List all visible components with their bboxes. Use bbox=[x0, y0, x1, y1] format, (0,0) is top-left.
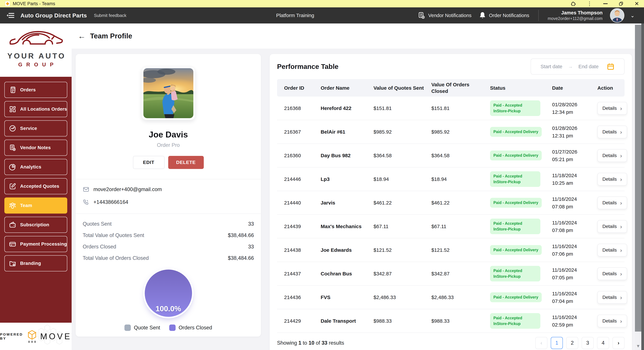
profile-photo-frame bbox=[142, 66, 195, 120]
email-icon bbox=[83, 186, 90, 193]
cell-orders-value: $151.81 bbox=[431, 105, 490, 111]
member-email[interactable]: move2order+400@gmail.com bbox=[94, 186, 162, 192]
sidebar-item-all-locations-orders[interactable]: All Locations Orders bbox=[4, 101, 67, 117]
edit-pencil-icon bbox=[9, 182, 16, 190]
cell-date: 11/16/202402:59 pm bbox=[552, 314, 598, 329]
order-notifications-bell-icon bbox=[479, 11, 486, 19]
chevron-right-icon: › bbox=[620, 318, 622, 324]
cell-order-id: 216367 bbox=[277, 129, 321, 135]
date-range-picker[interactable]: Start date → End date bbox=[531, 58, 624, 75]
cell-order-name: Hereford 422 bbox=[321, 105, 374, 111]
details-button[interactable]: Details› bbox=[598, 196, 627, 209]
user-chevron-down-icon[interactable]: ⌄ bbox=[630, 12, 634, 18]
sidebar-toggle-icon[interactable] bbox=[6, 11, 16, 20]
sidebar-item-branding[interactable]: Branding bbox=[4, 255, 67, 271]
service-gauge-icon bbox=[9, 125, 16, 132]
status-badge: Paid - Accepted Delivery bbox=[490, 292, 542, 302]
brand-title[interactable]: Auto Group Direct Parts bbox=[20, 12, 87, 19]
details-button[interactable]: Details› bbox=[598, 315, 627, 327]
cell-date: 01/28/202612:31 pm bbox=[552, 124, 598, 139]
cell-order-id: 214429 bbox=[277, 318, 321, 324]
page-button-1[interactable]: 1 bbox=[551, 337, 563, 349]
cell-order-id: 214438 bbox=[277, 247, 321, 253]
chevron-right-icon: › bbox=[620, 271, 622, 277]
user-avatar[interactable] bbox=[610, 8, 624, 23]
vendor-notifications-button[interactable]: Vendor Notifications bbox=[418, 11, 472, 19]
scrollbar[interactable]: ▼ bbox=[635, 23, 644, 350]
app-header: Auto Group Direct Parts Submit feedback … bbox=[0, 7, 644, 23]
status-badge: Paid - Accepted InStore-Pickup bbox=[490, 266, 540, 282]
extensions-icon[interactable] bbox=[571, 1, 576, 6]
next-page-button[interactable]: › bbox=[612, 337, 624, 349]
scrollbar-thumb[interactable] bbox=[635, 25, 641, 332]
cell-orders-value: $985.92 bbox=[431, 129, 490, 135]
platform-training-link[interactable]: Platform Training bbox=[276, 12, 314, 18]
app-favicon bbox=[5, 1, 10, 6]
cell-orders-value: $2,486.33 bbox=[431, 295, 490, 300]
details-button[interactable]: Details› bbox=[598, 267, 627, 280]
sidebar-item-team[interactable]: Team bbox=[4, 197, 67, 214]
window-minimize-icon[interactable] bbox=[603, 3, 608, 4]
cell-date: 11/16/202407:08 pm bbox=[552, 195, 598, 210]
page-button-3[interactable]: 3 bbox=[582, 337, 594, 349]
details-button[interactable]: Details› bbox=[598, 220, 627, 233]
cell-order-name: Day Bus 982 bbox=[321, 153, 374, 158]
cell-orders-value: $67.11 bbox=[431, 224, 490, 229]
sidebar-item-orders[interactable]: Orders bbox=[4, 82, 67, 98]
page-button-4[interactable]: 4 bbox=[597, 337, 609, 349]
details-button[interactable]: Details› bbox=[598, 102, 627, 115]
sidebar-item-analytics[interactable]: Analytics bbox=[4, 159, 67, 175]
details-button[interactable]: Details› bbox=[598, 244, 627, 257]
page-button-2[interactable]: 2 bbox=[566, 337, 578, 349]
scroll-down-icon[interactable]: ▼ bbox=[635, 344, 641, 349]
window-close-icon[interactable]: ✕ bbox=[634, 1, 639, 6]
sidebar-item-service[interactable]: Service bbox=[4, 120, 67, 136]
details-button[interactable]: Details› bbox=[598, 126, 627, 138]
cell-order-name: FVS bbox=[321, 295, 374, 300]
calendar-icon[interactable] bbox=[606, 62, 615, 70]
prev-page-button[interactable]: ‹ bbox=[535, 337, 548, 349]
cell-quotes-value: $151.81 bbox=[374, 105, 431, 111]
col-order-id: Order ID bbox=[277, 85, 321, 91]
details-button[interactable]: Details› bbox=[598, 291, 627, 304]
page-header: ← Team Profile bbox=[72, 23, 635, 49]
table-row: 216368 Hereford 422 $151.81 $151.81 Paid… bbox=[277, 96, 624, 120]
sidebar-nav: Orders All Locations Orders Service Vend… bbox=[0, 77, 72, 323]
order-notifications-button[interactable]: Order Notifications bbox=[479, 11, 529, 19]
cell-order-id: 216368 bbox=[277, 105, 321, 111]
cell-quotes-value: $2,486.33 bbox=[374, 295, 431, 300]
end-date-field[interactable]: End date bbox=[578, 64, 598, 69]
status-badge: Paid - Accepted Delivery bbox=[490, 127, 542, 137]
sidebar-item-accepted-quotes[interactable]: Accepted Quotes bbox=[4, 178, 67, 194]
chevron-right-icon: › bbox=[620, 105, 622, 111]
submit-feedback-link[interactable]: Submit feedback bbox=[94, 13, 126, 18]
cell-order-name: Lp3 bbox=[321, 176, 374, 182]
start-date-field[interactable]: Start date bbox=[540, 64, 562, 69]
chevron-right-icon: › bbox=[620, 247, 622, 253]
sidebar-item-vendor-notes[interactable]: Vendor Notes bbox=[4, 140, 67, 156]
edit-button[interactable]: EDIT bbox=[133, 156, 164, 169]
member-phone[interactable]: +14438666164 bbox=[94, 199, 128, 205]
page-content: Joe Davis Order Pro EDIT DELETE move2ord… bbox=[72, 49, 635, 350]
table-row: 214436 FVS $2,486.33 $2,486.33 Paid - Ac… bbox=[277, 286, 624, 309]
details-button[interactable]: Details› bbox=[598, 173, 627, 186]
delete-button[interactable]: DELETE bbox=[168, 156, 204, 169]
user-menu[interactable]: James Thompson move2order+112@gmail.com bbox=[548, 10, 602, 21]
sidebar-item-payment-processing[interactable]: Payment Processing bbox=[4, 236, 67, 252]
cell-quotes-value: $461.22 bbox=[374, 200, 431, 206]
browser-menu-icon[interactable]: ⋮ bbox=[587, 1, 592, 6]
cell-order-name: Joe Edwards bbox=[321, 247, 374, 253]
sidebar-item-subscription[interactable]: Subscription bbox=[4, 217, 67, 233]
window-restore-icon[interactable] bbox=[619, 1, 623, 6]
logo-text-top: YOUR AUTO bbox=[6, 52, 66, 60]
details-button[interactable]: Details› bbox=[598, 149, 627, 162]
legend-item-quote-sent: Quote Sent bbox=[124, 325, 160, 331]
cell-quotes-value: $67.11 bbox=[374, 224, 431, 229]
performance-table-card: Performance Table Start date → End date … bbox=[270, 54, 632, 350]
sidebar: YOUR AUTO GROUP Orders All Locations Ord… bbox=[0, 23, 72, 350]
status-badge: Paid - Accepted Delivery bbox=[490, 151, 542, 160]
back-arrow-icon[interactable]: ← bbox=[78, 32, 86, 40]
cell-quotes-value: $18.94 bbox=[374, 176, 431, 182]
grid-icon bbox=[9, 105, 16, 113]
user-email: move2order+112@gmail.com bbox=[548, 16, 602, 21]
